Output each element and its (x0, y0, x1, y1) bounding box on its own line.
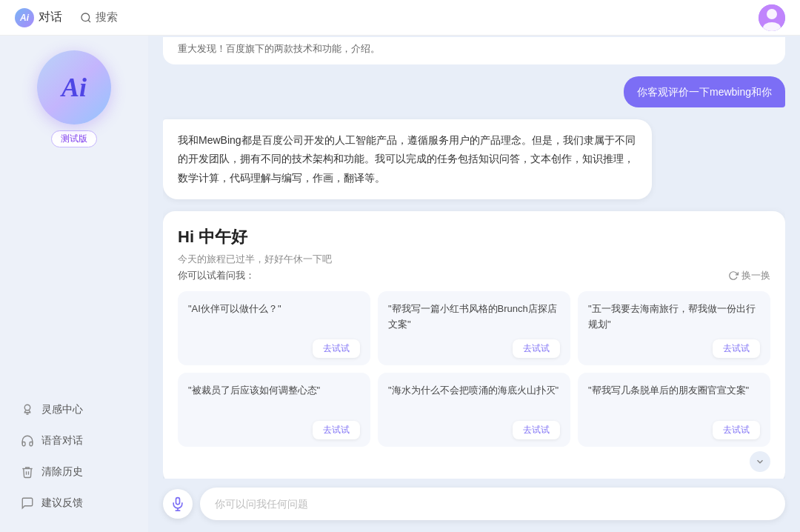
svg-point-5 (24, 405, 30, 410)
sidebar-item-voice[interactable]: 语音对话 (12, 427, 136, 455)
headphone-icon (21, 434, 34, 448)
refresh-button[interactable]: 换一换 (728, 269, 770, 282)
chat-area: 重大发现！百度旗下的两款技术和功能，介绍。 你客观评价一下mewbing和你 我… (148, 36, 800, 532)
card-text-0: "AI伙伴可以做什么？" (188, 302, 360, 333)
sidebar: Ai 测试版 灵感中心 语音对话 清除历史 (0, 36, 148, 532)
svg-point-3 (767, 9, 777, 19)
card-try-btn-3[interactable]: 去试试 (313, 421, 360, 439)
sidebar-item-feedback[interactable]: 建议反馈 (12, 489, 136, 517)
search-label: 搜索 (96, 10, 118, 24)
card-try-btn-0[interactable]: 去试试 (313, 339, 360, 358)
card-try-btn-2[interactable]: 去试试 (713, 339, 760, 358)
sidebar-label-voice: 语音对话 (41, 434, 83, 448)
user-message: 你客观评价一下mewbing和你 (624, 76, 785, 107)
suggestion-cards-grid: "AI伙伴可以做什么？" 去试试 "帮我写一篇小红书风格的Brunch店探店文案… (178, 291, 770, 448)
card-try-btn-1[interactable]: 去试试 (513, 339, 560, 358)
logo-icon: Ai (15, 8, 34, 27)
ai-bubble: 我和MewBing都是百度公司开发的人工智能产品，遵循服务用户的产品理念。但是，… (163, 119, 652, 199)
scroll-down-button[interactable] (750, 451, 770, 472)
sidebar-label-inspiration: 灵感中心 (41, 403, 83, 416)
main-layout: Ai 测试版 灵感中心 语音对话 清除历史 (0, 36, 800, 532)
messages-list: 重大发现！百度旗下的两款技术和功能，介绍。 你客观评价一下mewbing和你 我… (163, 36, 785, 479)
suggestion-card-3: "被裁员了后应该如何调整心态" 去试试 (178, 373, 370, 447)
logo-text: 对话 (39, 10, 62, 25)
suggestion-card-5: "帮我写几条脱单后的朋友圈官宣文案" 去试试 (578, 373, 770, 447)
prompt-line: 你可以试着问我： 换一换 (178, 269, 770, 282)
mic-icon (170, 496, 185, 511)
card-text-3: "被裁员了后应该如何调整心态" (188, 383, 360, 413)
trash-icon (21, 465, 34, 479)
svg-line-1 (88, 20, 90, 22)
suggestion-card-4: "海水为什么不会把喷涌的海底火山扑灭" 去试试 (378, 373, 570, 447)
user-bubble: 你客观评价一下mewbing和你 (624, 76, 785, 107)
ai-avatar-text: Ai (61, 72, 87, 103)
mic-button[interactable] (163, 489, 193, 519)
nav-logo[interactable]: Ai 对话 (15, 8, 62, 27)
sub-text: 今天的旅程已过半，好好午休一下吧 (178, 253, 770, 266)
suggestion-panel: Hi 中午好 今天的旅程已过半，好好午休一下吧 你可以试着问我： 换一换 "AI… (163, 211, 785, 479)
refresh-label: 换一换 (741, 269, 770, 282)
feedback-icon (21, 496, 34, 510)
ai-avatar: Ai (37, 50, 111, 124)
sidebar-item-clear[interactable]: 清除历史 (12, 458, 136, 486)
greeting-text: Hi 中午好 (178, 226, 770, 248)
prompt-text: 你可以试着问我： (178, 269, 255, 282)
sidebar-label-clear: 清除历史 (41, 465, 83, 479)
search-button[interactable]: 搜索 (80, 10, 118, 24)
ai-avatar-wrapper: Ai 测试版 (37, 50, 111, 147)
card-try-btn-5[interactable]: 去试试 (713, 421, 760, 439)
chevron-down-icon (755, 456, 765, 467)
suggestion-card-0: "AI伙伴可以做什么？" 去试试 (178, 291, 370, 366)
bulb-icon (21, 403, 34, 416)
chat-input[interactable] (200, 488, 785, 520)
svg-point-0 (81, 13, 90, 21)
input-area (163, 479, 785, 532)
ai-message: 我和MewBing都是百度公司开发的人工智能产品，遵循服务用户的产品理念。但是，… (163, 119, 785, 199)
card-text-5: "帮我写几条脱单后的朋友圈官宣文案" (588, 383, 760, 413)
suggestion-card-2: "五一我要去海南旅行，帮我做一份出行规划" 去试试 (578, 291, 770, 366)
sidebar-menu: 灵感中心 语音对话 清除历史 建议反馈 (0, 396, 148, 517)
svg-rect-6 (176, 498, 180, 505)
card-try-btn-4[interactable]: 去试试 (513, 421, 560, 439)
user-avatar[interactable] (759, 4, 785, 31)
card-text-2: "五一我要去海南旅行，帮我做一份出行规划" (588, 302, 760, 333)
sidebar-label-feedback: 建议反馈 (41, 496, 83, 510)
card-text-4: "海水为什么不会把喷涌的海底火山扑灭" (388, 383, 560, 413)
search-icon (80, 12, 92, 24)
sidebar-item-inspiration[interactable]: 灵感中心 (12, 396, 136, 424)
refresh-icon (728, 270, 739, 281)
suggestion-card-1: "帮我写一篇小红书风格的Brunch店探店文案" 去试试 (378, 291, 570, 366)
top-navigation: Ai 对话 搜索 (0, 0, 800, 36)
card-text-1: "帮我写一篇小红书风格的Brunch店探店文案" (388, 302, 560, 333)
partial-message: 重大发现！百度旗下的两款技术和功能，介绍。 (163, 37, 785, 64)
ai-badge: 测试版 (51, 130, 97, 147)
